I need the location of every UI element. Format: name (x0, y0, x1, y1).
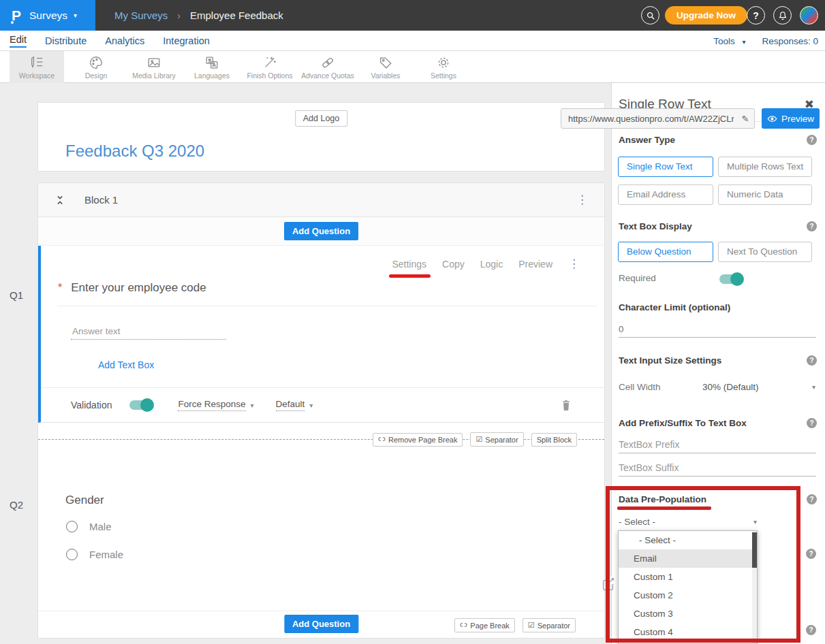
user-avatar[interactable] (800, 6, 818, 25)
validation-toggle[interactable] (129, 400, 153, 410)
dropdown-option-custom-3[interactable]: Custom 3 (619, 605, 757, 623)
page-break-button[interactable]: Page Break (454, 618, 514, 632)
breadcrumb-my-surveys[interactable]: My Surveys (114, 10, 168, 21)
upgrade-now-button[interactable]: Upgrade Now (665, 6, 747, 25)
dropdown-option-email[interactable]: Email (619, 549, 757, 568)
answer-type-multiple-rows-text[interactable]: Multiple Rows Text (718, 157, 812, 177)
help-icon[interactable]: ? (807, 221, 817, 231)
help-button[interactable]: ? (747, 6, 765, 25)
answer-text-input[interactable] (71, 323, 226, 340)
collapse-block-icon[interactable] (55, 193, 65, 207)
add-text-box-link[interactable]: Add Text Box (98, 359, 154, 370)
delete-question-button[interactable] (561, 399, 572, 414)
tab-integration[interactable]: Integration (163, 35, 210, 46)
toolbar-item-languages[interactable]: Languages (186, 51, 238, 83)
help-icon[interactable]: ? (807, 135, 817, 145)
external-link-icon[interactable]: ↗ (603, 580, 613, 590)
answer-type-numeric-data[interactable]: Numeric Data (718, 184, 812, 205)
notifications-button[interactable] (773, 6, 792, 25)
edit-url-pencil-icon[interactable]: ✎ (736, 114, 754, 124)
tab-edit[interactable]: Edit (10, 34, 27, 48)
q1-menu-copy[interactable]: Copy (442, 259, 465, 270)
help-icon[interactable]: ? (807, 494, 817, 504)
chevron-down-icon: ▾ (742, 38, 745, 46)
dropdown-scrollbar-track[interactable] (752, 531, 757, 643)
add-question-strip: Add Question (38, 217, 604, 246)
textbox-prefix-input[interactable] (619, 438, 816, 453)
question-1-footer: Validation Force Response▾ Default▾ (41, 387, 604, 422)
toolbar-item-finish-options[interactable]: Finish Options (244, 51, 296, 83)
cell-width-dropdown[interactable]: 30% (Default) (702, 382, 759, 392)
data-prepopulation-dropdown: - Select - Email Custom 1 Custom 2 Custo… (618, 530, 758, 644)
help-icon[interactable]: ? (807, 418, 817, 428)
dropdown-scrollbar-thumb[interactable] (752, 532, 757, 568)
chevron-down-icon: ▾ (74, 12, 77, 19)
add-question-button-top[interactable]: Add Question (284, 222, 358, 240)
unlink-icon (460, 622, 467, 629)
question-1-label: Q1 (10, 289, 23, 301)
toolbar-item-media-library[interactable]: Media Library (128, 51, 180, 83)
dropdown-option-custom-2[interactable]: Custom 2 (619, 586, 757, 605)
q1-menu-logic[interactable]: Logic (480, 259, 503, 270)
top-bar: P Surveys ▾ My Surveys › Employee Feedba… (0, 0, 825, 31)
answer-type-email-address[interactable]: Email Address (618, 184, 713, 205)
block-menu-kebab-icon[interactable]: ⋮ (576, 193, 588, 207)
checkbox-checked-icon: ☑ (528, 621, 535, 630)
display-next-to-question[interactable]: Next To Question (718, 242, 812, 262)
block-header: Block 1 ⋮ (38, 183, 604, 217)
radio-option-female[interactable]: Female (66, 549, 123, 560)
dropdown-option-custom-4[interactable]: Custom 4 (619, 623, 757, 641)
search-button[interactable] (641, 6, 659, 25)
answer-type-single-row-text[interactable]: Single Row Text (618, 157, 713, 177)
trash-icon (561, 399, 572, 411)
toolbar-item-workspace[interactable]: Workspace (10, 51, 64, 83)
display-below-question[interactable]: Below Question (618, 242, 713, 262)
breadcrumb-survey-name: Employee Feedback (190, 10, 283, 21)
textbox-suffix-input[interactable] (619, 462, 816, 477)
block-name[interactable]: Block 1 (84, 194, 576, 206)
q1-menu-preview[interactable]: Preview (518, 259, 552, 270)
gear-icon (436, 55, 451, 70)
dropdown-option-select[interactable]: - Select - (619, 531, 757, 549)
default-validation-dropdown[interactable]: Default (276, 399, 305, 411)
force-response-dropdown[interactable]: Force Response (178, 399, 245, 411)
validation-label: Validation (71, 400, 112, 410)
product-switcher[interactable]: P Surveys ▾ (0, 0, 95, 31)
dropdown-option-custom-1[interactable]: Custom 1 (619, 568, 757, 586)
toolbar-item-advance-quotas[interactable]: Advance Quotas (302, 51, 354, 83)
toolbar-item-variables[interactable]: Variables (360, 51, 411, 83)
question-1-text[interactable]: Enter your employee code (71, 281, 206, 295)
help-icon[interactable]: ? (806, 549, 816, 559)
question-2-text[interactable]: Gender (65, 494, 104, 507)
block-card: Block 1 ⋮ Add Question Settings Copy Log… (37, 182, 605, 639)
tab-analytics[interactable]: Analytics (105, 35, 144, 46)
split-block-button[interactable]: Split Block (531, 433, 577, 447)
radio-option-male[interactable]: Male (66, 521, 112, 532)
required-toggle[interactable] (719, 274, 743, 284)
separator-button-top[interactable]: ☑ Separator (470, 432, 523, 447)
tools-menu[interactable]: Tools ▾ (713, 36, 745, 46)
add-question-button-bottom[interactable]: Add Question (284, 615, 358, 633)
questionpro-logo: P (12, 8, 21, 22)
add-logo-button[interactable]: Add Logo (295, 110, 348, 127)
question-mark-icon: ? (753, 10, 759, 21)
toolbar-item-design[interactable]: Design (70, 51, 122, 83)
q1-menu-settings[interactable]: Settings (392, 259, 426, 270)
chevron-down-icon[interactable]: ▾ (812, 383, 815, 391)
responses-count[interactable]: Responses: 0 (762, 36, 818, 46)
survey-url-input[interactable] (561, 114, 736, 124)
toolbar-item-settings[interactable]: Settings (418, 51, 469, 83)
tab-distribute[interactable]: Distribute (45, 35, 87, 46)
character-limit-input[interactable] (619, 323, 816, 338)
preview-button[interactable]: Preview (762, 108, 820, 129)
data-prepopulation-select[interactable]: - Select - ▾ (619, 517, 757, 527)
search-icon (646, 11, 655, 20)
help-icon[interactable]: ? (807, 355, 817, 366)
radio-icon[interactable] (66, 549, 78, 560)
q1-menu-kebab-icon[interactable]: ⋮ (568, 257, 580, 271)
separator-button-bottom[interactable]: ☑ Separator (523, 618, 576, 632)
remove-page-break-button[interactable]: Remove Page Break (373, 433, 463, 447)
help-icon[interactable]: ? (806, 625, 816, 635)
radio-icon[interactable] (66, 521, 78, 532)
survey-title[interactable]: Feedback Q3 2020 (65, 142, 204, 161)
